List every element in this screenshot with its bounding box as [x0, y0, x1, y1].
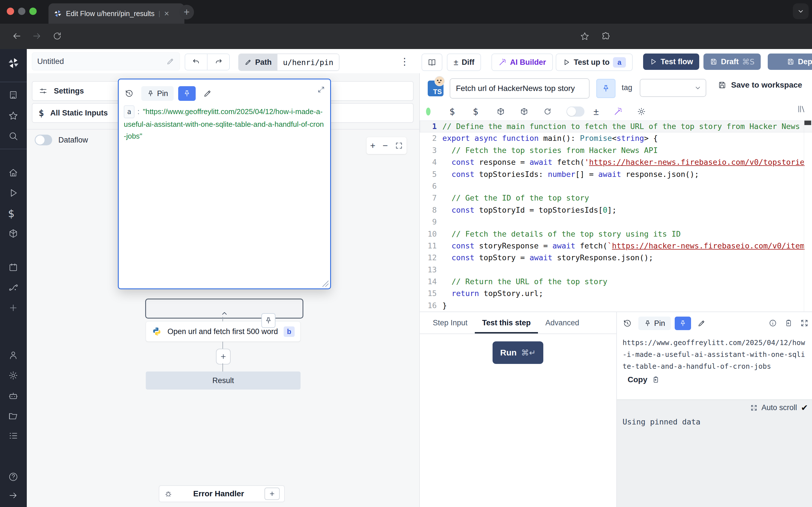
copy-json-icon[interactable] [784, 319, 793, 327]
edit-pencil-icon[interactable] [203, 89, 212, 98]
draft-button[interactable]: Draft ⌘S [703, 54, 761, 70]
step-pin-button[interactable] [596, 79, 615, 98]
code-line[interactable]: 14 // Return the URL of the top story [420, 276, 812, 288]
code-line[interactable]: 6 [420, 180, 812, 192]
flow-name-input[interactable]: Untitled [32, 52, 180, 70]
reload-button[interactable] [52, 31, 63, 41]
sidebar-item-workers[interactable] [8, 390, 18, 401]
library-icon[interactable] [797, 104, 806, 114]
sidebar-item-triggers[interactable] [8, 282, 18, 293]
window-minimize-button[interactable] [18, 8, 26, 15]
expand-output-icon[interactable] [800, 319, 809, 327]
path-value[interactable]: u/henri/pin [277, 54, 339, 70]
package-button[interactable] [496, 107, 520, 116]
undo-button[interactable] [185, 54, 207, 70]
pin-active-button[interactable] [178, 86, 196, 101]
test-flow-button[interactable]: Test flow [643, 54, 699, 70]
redo-button[interactable] [207, 54, 229, 70]
step-title-input[interactable]: Fetch url of HackerNews top story [450, 78, 590, 99]
tab-search-button[interactable] [793, 3, 809, 19]
output-result-value[interactable]: https://www.geoffreylitt.com/2025/04/12/… [622, 337, 806, 372]
flow-result-node[interactable]: Result [146, 372, 301, 390]
pin-tab[interactable]: Pin [638, 317, 671, 330]
more-options-button[interactable]: ⋮ [398, 54, 411, 69]
browser-tab[interactable]: Edit Flow u/henri/pin_results | × [49, 3, 185, 24]
sidebar-item-settings[interactable] [8, 370, 18, 381]
sidebar-collapse-icon[interactable] [8, 490, 18, 501]
bookmark-star-icon[interactable] [580, 31, 590, 41]
test-up-to-step-chip[interactable]: a [613, 57, 626, 68]
code-line[interactable]: 1// Define the main function to fetch th… [420, 121, 812, 132]
error-handler-node[interactable]: Error Handler [159, 485, 285, 502]
flow-input-node[interactable] [145, 298, 303, 319]
save-to-workspace-button[interactable]: Save to workspace [718, 80, 802, 90]
sidebar-item-workspace[interactable] [8, 90, 18, 100]
variables-button[interactable]: $ [449, 106, 473, 117]
edit-pencil-icon[interactable] [166, 57, 174, 66]
tab-close-icon[interactable]: × [164, 9, 169, 18]
sidebar-item-users[interactable] [8, 350, 18, 360]
code-line[interactable]: 12 const topStory = await storyResponse.… [420, 252, 812, 264]
editor-settings-button[interactable] [637, 107, 660, 116]
new-tab-button[interactable]: + [179, 5, 194, 19]
path-editor[interactable]: Path u/henri/pin [238, 54, 340, 71]
auto-scroll-control[interactable]: Auto scroll ✔ [750, 403, 808, 413]
editor-toggle[interactable] [566, 107, 594, 117]
tab-step-input[interactable]: Step Input [425, 312, 475, 334]
code-line[interactable]: 11 const storyResponse = await fetch(`ht… [420, 240, 812, 252]
code-line[interactable]: 3 // Fetch the top stories from Hacker N… [420, 145, 812, 156]
path-label-chip[interactable]: Path [239, 54, 277, 70]
deploy-button[interactable]: Deploy [768, 54, 812, 70]
sidebar-item-help[interactable] [8, 471, 18, 482]
pin-active-button[interactable] [675, 317, 691, 330]
code-line[interactable]: 16} [420, 300, 812, 312]
zoom-in-button[interactable]: + [370, 140, 375, 151]
copy-button[interactable]: Copy [627, 375, 660, 384]
info-icon[interactable] [769, 319, 777, 327]
sidebar-item-home[interactable] [8, 167, 18, 178]
back-button[interactable] [11, 31, 22, 41]
windmill-logo[interactable] [7, 57, 20, 69]
popup-expand-icon[interactable] [317, 86, 325, 94]
history-icon[interactable] [124, 89, 134, 98]
add-error-handler-button[interactable] [264, 488, 280, 500]
sidebar-item-variables[interactable]: $ [8, 207, 14, 220]
node-pin-badge[interactable] [261, 313, 275, 328]
sidebar-item-schedules[interactable] [8, 262, 18, 273]
reload-deps-button[interactable] [543, 107, 566, 116]
flow-step-node[interactable]: Open url and fetch first 500 words of ..… [146, 321, 301, 342]
resources-button[interactable]: $ [473, 106, 496, 117]
code-line[interactable]: 10 // Fetch the details of the top story… [420, 228, 812, 240]
popup-resize-handle[interactable] [322, 281, 328, 287]
code-line[interactable]: 2export async function main(): Promise<s… [420, 132, 812, 144]
tab-advanced[interactable]: Advanced [538, 312, 587, 334]
code-line[interactable]: 5 const topStoriesIds: number[] = await … [420, 168, 812, 180]
tab-test-this-step[interactable]: Test this step [475, 312, 538, 334]
zoom-out-button[interactable]: − [383, 140, 388, 151]
forward-button[interactable] [32, 31, 42, 41]
docs-button[interactable] [421, 54, 442, 71]
test-up-to-button[interactable]: Test up to a [556, 54, 633, 71]
ai-builder-button[interactable]: AI Builder [492, 54, 553, 71]
sidebar-item-favorites[interactable] [8, 110, 18, 121]
edit-pencil-icon[interactable] [697, 319, 706, 328]
pin-tab[interactable]: Pin [141, 86, 174, 101]
diff-button[interactable]: ± Diff [447, 54, 481, 71]
package-button[interactable] [520, 107, 543, 116]
code-line[interactable]: 7 // Get the ID of the top story [420, 192, 812, 204]
ai-assist-button[interactable] [613, 107, 637, 116]
expand-log-icon[interactable] [750, 404, 758, 411]
window-close-button[interactable] [7, 8, 14, 15]
run-button[interactable]: Run ⌘↵ [493, 341, 543, 364]
window-zoom-button[interactable] [29, 8, 37, 15]
history-icon[interactable] [622, 319, 632, 328]
sidebar-item-create[interactable] [8, 302, 18, 313]
tag-select[interactable] [640, 79, 706, 97]
code-line[interactable]: 8 const topStoryId = topStoriesIds[0]; [420, 204, 812, 216]
dataflow-toggle[interactable] [35, 135, 52, 145]
insert-step-button[interactable] [216, 349, 231, 364]
sidebar-item-audit-logs[interactable] [8, 431, 18, 441]
diff-mode-button[interactable]: ± [594, 106, 613, 117]
code-line[interactable]: 4 const response = await fetch('https://… [420, 156, 812, 168]
sidebar-item-search[interactable] [8, 131, 18, 142]
